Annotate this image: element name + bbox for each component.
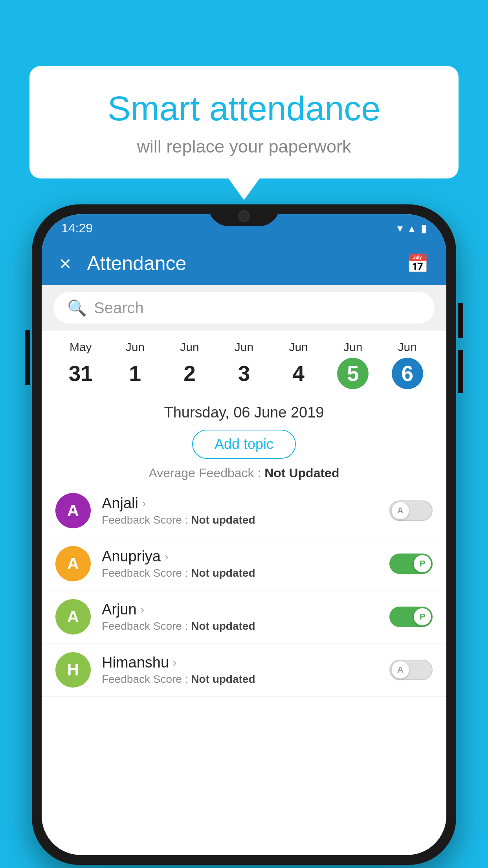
app-title: Attendance bbox=[87, 252, 391, 275]
date-column[interactable]: May31 bbox=[53, 340, 108, 389]
attendance-toggle[interactable]: A bbox=[389, 500, 433, 521]
chevron-icon: › bbox=[173, 657, 176, 669]
date-column[interactable]: Jun2 bbox=[162, 340, 217, 389]
student-feedback: Feedback Score : Not updated bbox=[102, 673, 378, 686]
student-info[interactable]: Arjun ›Feedback Score : Not updated bbox=[102, 601, 378, 633]
date-info-section: Thursday, 06 June 2019 Add topic Average… bbox=[42, 393, 446, 484]
date-month-label: Jun bbox=[271, 340, 326, 354]
date-column[interactable]: Jun1 bbox=[108, 340, 163, 389]
date-month-label: May bbox=[53, 340, 108, 354]
app-bar: × Attendance 📅 bbox=[42, 242, 446, 285]
power-button[interactable] bbox=[25, 330, 30, 385]
chevron-icon: › bbox=[141, 603, 144, 616]
chevron-icon: › bbox=[165, 550, 168, 563]
wifi-icon: ▾ bbox=[397, 222, 403, 235]
attendance-toggle[interactable]: P bbox=[389, 554, 433, 574]
student-avatar: A bbox=[55, 493, 91, 528]
student-item: HHimanshu ›Feedback Score : Not updatedA bbox=[42, 644, 446, 697]
attendance-toggle[interactable]: A bbox=[389, 660, 433, 680]
date-month-label: Jun bbox=[326, 340, 380, 354]
date-day-label: 4 bbox=[283, 358, 314, 389]
speech-bubble-subtitle: will replace your paperwork bbox=[61, 136, 427, 157]
vol-up-button[interactable] bbox=[458, 303, 463, 338]
student-info[interactable]: Anupriya ›Feedback Score : Not updated bbox=[102, 548, 378, 579]
date-column[interactable]: Jun5 bbox=[326, 340, 380, 389]
date-day-label: 1 bbox=[119, 358, 151, 389]
student-item: AArjun ›Feedback Score : Not updatedP bbox=[42, 590, 446, 644]
student-info[interactable]: Anjali ›Feedback Score : Not updated bbox=[102, 495, 378, 526]
battery-icon: ▮ bbox=[421, 222, 427, 235]
phone-container: 14:29 ▾ ▴ ▮ × Attendance 📅 🔍 Search bbox=[32, 204, 456, 865]
front-camera bbox=[238, 210, 250, 222]
student-feedback: Feedback Score : Not updated bbox=[102, 620, 378, 633]
student-name: Anjali › bbox=[102, 495, 378, 512]
date-month-label: Jun bbox=[217, 340, 272, 354]
signal-icon: ▴ bbox=[409, 222, 415, 235]
date-month-label: Jun bbox=[108, 340, 163, 354]
phone-screen: 14:29 ▾ ▴ ▮ × Attendance 📅 🔍 Search bbox=[42, 214, 446, 855]
selected-date-label: Thursday, 06 June 2019 bbox=[50, 404, 438, 421]
student-feedback: Feedback Score : Not updated bbox=[102, 567, 378, 579]
student-item: AAnjali ›Feedback Score : Not updatedA bbox=[42, 484, 446, 537]
date-column[interactable]: Jun3 bbox=[217, 340, 272, 389]
calendar-icon[interactable]: 📅 bbox=[406, 253, 429, 274]
attendance-toggle[interactable]: P bbox=[389, 607, 433, 627]
search-bar-section: 🔍 Search bbox=[42, 285, 446, 331]
speech-bubble: Smart attendance will replace your paper… bbox=[29, 66, 459, 178]
student-name: Arjun › bbox=[102, 601, 378, 618]
date-day-label: 6 bbox=[392, 358, 423, 389]
date-day-label: 2 bbox=[174, 358, 205, 389]
date-month-label: Jun bbox=[162, 340, 217, 354]
date-column[interactable]: Jun4 bbox=[271, 340, 326, 389]
search-bar[interactable]: 🔍 Search bbox=[53, 292, 435, 324]
close-button[interactable]: × bbox=[59, 252, 71, 275]
toggle-knob: P bbox=[414, 608, 431, 625]
average-feedback: Average Feedback : Not Updated bbox=[50, 466, 438, 480]
date-month-label: Jun bbox=[380, 340, 435, 354]
student-avatar: A bbox=[55, 599, 91, 634]
student-item: AAnupriya ›Feedback Score : Not updatedP bbox=[42, 537, 446, 590]
student-feedback: Feedback Score : Not updated bbox=[102, 514, 378, 526]
date-day-label: 5 bbox=[337, 358, 369, 389]
phone-notch bbox=[209, 204, 279, 226]
phone-shell: 14:29 ▾ ▴ ▮ × Attendance 📅 🔍 Search bbox=[32, 204, 456, 865]
add-topic-button[interactable]: Add topic bbox=[192, 430, 296, 459]
avg-feedback-value: Not Updated bbox=[264, 466, 339, 480]
vol-down-button[interactable] bbox=[458, 350, 463, 393]
status-time: 14:29 bbox=[61, 221, 93, 235]
chevron-icon: › bbox=[142, 497, 146, 510]
student-list: AAnjali ›Feedback Score : Not updatedAAA… bbox=[42, 484, 446, 697]
avg-feedback-label: Average Feedback : bbox=[149, 466, 265, 480]
student-name: Himanshu › bbox=[102, 654, 378, 671]
toggle-knob: A bbox=[392, 661, 409, 679]
date-day-label: 3 bbox=[228, 358, 260, 389]
student-avatar: A bbox=[55, 546, 91, 581]
calendar-dates-row: May31Jun1Jun2Jun3Jun4Jun5Jun6 bbox=[42, 331, 446, 393]
date-day-label: 31 bbox=[65, 358, 96, 389]
search-icon: 🔍 bbox=[67, 299, 87, 317]
student-info[interactable]: Himanshu ›Feedback Score : Not updated bbox=[102, 654, 378, 686]
date-column[interactable]: Jun6 bbox=[380, 340, 435, 389]
toggle-knob: P bbox=[414, 555, 431, 572]
toggle-knob: A bbox=[392, 502, 409, 519]
student-name: Anupriya › bbox=[102, 548, 378, 565]
search-placeholder: Search bbox=[94, 299, 144, 317]
speech-bubble-title: Smart attendance bbox=[61, 90, 427, 128]
student-avatar: H bbox=[55, 652, 91, 688]
status-icons: ▾ ▴ ▮ bbox=[397, 222, 427, 235]
